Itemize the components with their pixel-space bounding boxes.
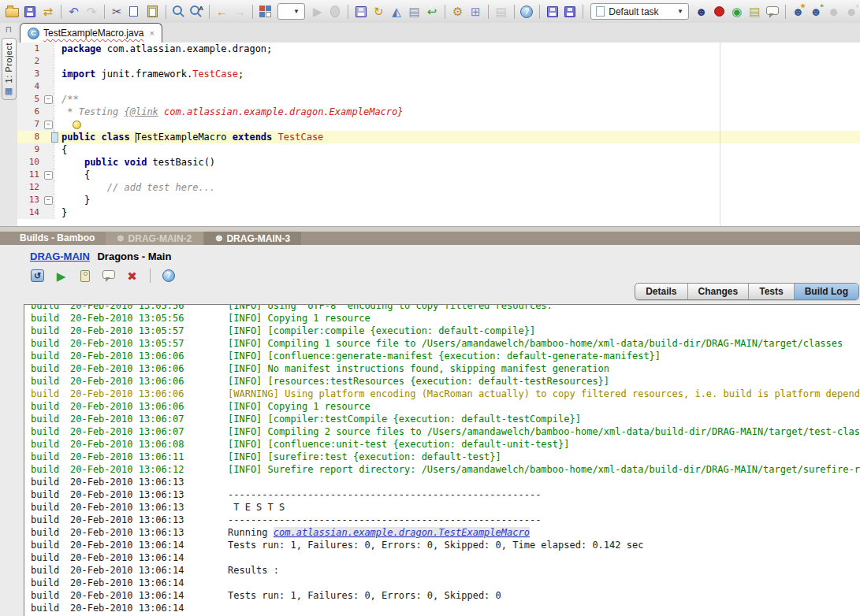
changes-grid-icon[interactable] bbox=[257, 3, 274, 20]
module-view-icon[interactable]: ▤ bbox=[406, 3, 423, 20]
copy-icon bbox=[129, 6, 138, 17]
replace-icon[interactable] bbox=[188, 3, 205, 20]
line-number: 6 bbox=[17, 106, 43, 118]
replace-icon bbox=[190, 6, 199, 15]
log-timestamp: 20-Feb-2010 13:06:14 bbox=[70, 539, 228, 551]
project-toolwindow-button[interactable]: 1: Project ▦ bbox=[2, 38, 17, 100]
paste-icon[interactable] bbox=[144, 3, 162, 20]
log-line: build20-Feb-2010 13:05:57[INFO] Compilin… bbox=[24, 337, 860, 350]
save-icon[interactable] bbox=[22, 3, 39, 20]
code-line-5: 5−/** bbox=[17, 93, 860, 106]
view-tab-build-log[interactable]: Build Log bbox=[794, 284, 858, 299]
diff-icon[interactable]: ◭ bbox=[388, 3, 405, 20]
toolbar-separator bbox=[150, 269, 151, 283]
log-line: build20-Feb-2010 13:06:13Running com.atl… bbox=[24, 526, 860, 539]
person-add-icon[interactable]: ☻+ bbox=[807, 3, 825, 20]
task-selector-value: Default task bbox=[609, 6, 673, 17]
open-icon[interactable] bbox=[4, 3, 21, 20]
task-list-icon[interactable]: ▤ bbox=[746, 3, 764, 20]
log-line: build20-Feb-2010 13:06:14 bbox=[24, 602, 860, 614]
log-source: build bbox=[24, 350, 70, 362]
intention-bulb-icon[interactable] bbox=[73, 121, 81, 129]
bamboo-tab-drag-main-3[interactable]: ⊛ DRAG-MAIN-3 bbox=[204, 232, 301, 245]
toolwindow-bar-toggle-icon[interactable]: ⊓ bbox=[6, 24, 13, 35]
task-person-icon[interactable]: ☻ bbox=[693, 3, 710, 20]
back-icon[interactable]: ← bbox=[214, 3, 231, 20]
bamboo-tab-drag-main-2[interactable]: ⊛ DRAG-MAIN-2 bbox=[106, 232, 203, 245]
editor-tab-testexamplemacro[interactable]: C TestExampleMacro.java × bbox=[20, 23, 162, 43]
comment-bubble-icon[interactable] bbox=[764, 3, 781, 20]
toolbar-separator bbox=[209, 5, 210, 19]
find-icon bbox=[173, 6, 182, 15]
main-toolbar: ⇄↶↷✂←→▼▶↻◭▤↩⚙⊞▤?Default task▼☻◉▤☻★☻+☻☻● bbox=[0, 0, 860, 24]
export-settings-icon[interactable] bbox=[544, 3, 561, 20]
project-structure-icon[interactable]: ⊞ bbox=[467, 3, 484, 20]
settings-wrench-icon[interactable]: ⚙ bbox=[449, 3, 467, 20]
fold-marker-icon[interactable]: − bbox=[43, 194, 54, 206]
task-selector[interactable]: Default task▼ bbox=[590, 3, 689, 20]
debug-icon bbox=[327, 3, 344, 20]
person-search-icon: ☻● bbox=[843, 3, 860, 20]
undo-icon[interactable]: ↶ bbox=[65, 3, 83, 20]
refresh-status-icon[interactable]: ↻ bbox=[370, 3, 388, 20]
plan-key-link[interactable]: DRAG-MAIN bbox=[30, 250, 90, 262]
build-log[interactable]: build20-Feb-2010 13:05:56[INFO] Using 'U… bbox=[24, 304, 860, 616]
label-build-icon[interactable] bbox=[76, 267, 94, 284]
log-message: [INFO] [confluence:generate-manifest {ex… bbox=[228, 350, 661, 362]
log-timestamp: 20-Feb-2010 13:06:14 bbox=[70, 577, 228, 589]
export-settings-icon bbox=[547, 6, 558, 17]
line-number: 14 bbox=[17, 206, 43, 219]
code-token: package bbox=[61, 43, 107, 54]
code-token: TestCase bbox=[192, 69, 238, 80]
view-tab-details[interactable]: Details bbox=[635, 284, 687, 299]
code-text: { bbox=[54, 169, 860, 181]
run-build-icon[interactable]: ▶ bbox=[52, 267, 70, 284]
synchronize-icon[interactable]: ⇄ bbox=[39, 3, 57, 20]
code-line-14: 14} bbox=[17, 206, 860, 219]
record-changes-icon bbox=[714, 6, 724, 17]
fold-gutter bbox=[43, 55, 54, 68]
log-message: [INFO] Compiling 2 source files to /User… bbox=[228, 425, 860, 438]
run-configuration-dropdown[interactable]: ▼ bbox=[277, 3, 305, 20]
help-icon[interactable]: ? bbox=[519, 3, 536, 20]
log-message: [INFO] Compiling 1 source file to /Users… bbox=[228, 337, 843, 350]
copy-icon[interactable] bbox=[126, 3, 143, 20]
log-line: build20-Feb-2010 13:06:13---------------… bbox=[24, 514, 860, 526]
update-project-icon[interactable]: ↩ bbox=[423, 3, 441, 20]
save-all-icon[interactable] bbox=[352, 3, 370, 20]
code-editor[interactable]: 1package com.atlassian.example.dragon;23… bbox=[17, 43, 860, 226]
test-class-link[interactable]: com.atlassian.example.dragon.TestExample… bbox=[274, 527, 530, 538]
log-timestamp: 20-Feb-2010 13:06:12 bbox=[70, 463, 228, 476]
log-source: build bbox=[24, 312, 70, 325]
save-all-icon bbox=[356, 6, 367, 17]
log-source: build bbox=[24, 514, 70, 526]
remove-build-icon[interactable]: ✖ bbox=[123, 267, 141, 284]
page-icon bbox=[596, 6, 605, 17]
open-in-browser-icon[interactable]: ↺ bbox=[28, 267, 47, 284]
code-token: com.atlassian.example.dragon.ExampleMacr… bbox=[158, 106, 404, 117]
comment-build-icon[interactable] bbox=[99, 267, 117, 284]
code-line-13: 13− } bbox=[17, 194, 860, 206]
plan-title: Dragons - Main bbox=[97, 250, 171, 262]
open-icon bbox=[6, 8, 19, 17]
export-history-icon[interactable] bbox=[562, 3, 579, 20]
help-icon[interactable]: ? bbox=[159, 267, 177, 284]
fold-gutter bbox=[43, 206, 54, 219]
fold-marker-icon[interactable]: − bbox=[43, 93, 54, 106]
fold-gutter bbox=[43, 43, 54, 55]
person-star-icon[interactable]: ☻★ bbox=[790, 3, 807, 20]
view-tab-changes[interactable]: Changes bbox=[687, 284, 749, 299]
fold-marker-icon[interactable]: − bbox=[43, 169, 54, 181]
person-add-icon-badge: + bbox=[820, 3, 824, 9]
log-line: build20-Feb-2010 13:06:06[INFO] [conflue… bbox=[24, 350, 860, 362]
view-tab-tests[interactable]: Tests bbox=[748, 284, 793, 299]
bamboo-plan-icon: ⊛ bbox=[117, 233, 124, 243]
play-changes-icon[interactable]: ◉ bbox=[728, 3, 746, 20]
cut-icon[interactable]: ✂ bbox=[109, 3, 126, 20]
find-icon[interactable] bbox=[170, 3, 188, 20]
record-changes-icon[interactable] bbox=[710, 3, 728, 20]
code-text: public void testBasic() bbox=[54, 156, 860, 169]
fold-marker-icon[interactable]: − bbox=[43, 118, 54, 131]
log-source: build bbox=[24, 602, 70, 614]
close-icon[interactable]: × bbox=[149, 28, 154, 38]
